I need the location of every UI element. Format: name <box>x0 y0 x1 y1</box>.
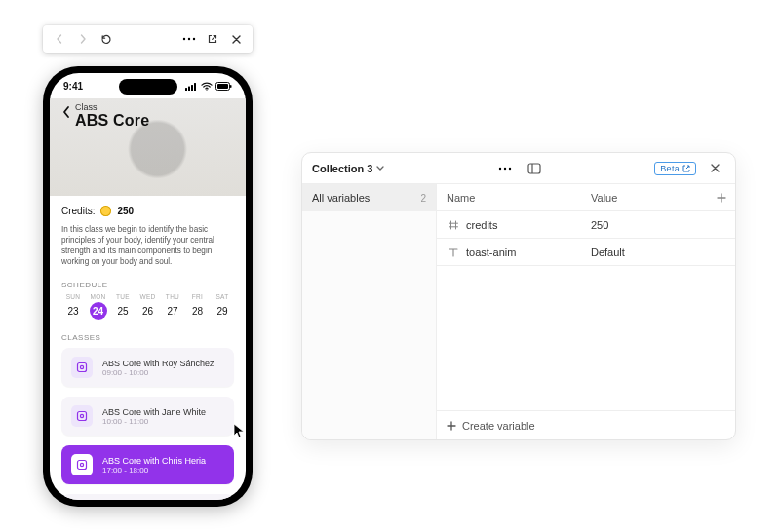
variable-row[interactable]: toast-animDefault <box>437 239 735 266</box>
sidebar-all-variables[interactable]: All variables 2 <box>302 184 436 211</box>
day-abbr: THU <box>166 293 179 300</box>
class-time: 17:00 - 18:00 <box>102 466 206 475</box>
class-card[interactable]: ABS Core with Chris Heria20:00 - 21:00 <box>61 494 234 500</box>
day-number: 23 <box>64 302 82 320</box>
day-sat[interactable]: SAT29 <box>211 293 234 320</box>
svg-point-19 <box>499 167 501 169</box>
svg-point-16 <box>80 464 83 467</box>
day-wed[interactable]: WED26 <box>136 293 160 320</box>
variable-row[interactable]: credits250 <box>437 211 735 239</box>
page-title: ABS Core <box>75 112 149 130</box>
day-tue[interactable]: TUE25 <box>111 293 135 320</box>
day-fri[interactable]: FRI28 <box>186 293 210 320</box>
signal-icon <box>185 82 198 91</box>
svg-point-2 <box>193 38 195 40</box>
credits-row: Credits: 250 <box>61 206 234 216</box>
class-title: ABS Core with Jane White <box>102 407 206 417</box>
day-abbr: TUE <box>116 293 130 300</box>
day-sun[interactable]: SUN23 <box>61 293 85 320</box>
day-number: 28 <box>189 302 207 320</box>
preview-toolbar <box>43 25 253 53</box>
wifi-icon <box>201 82 213 91</box>
day-mon[interactable]: MON24 <box>87 293 110 320</box>
credits-value: 250 <box>117 206 134 216</box>
open-external-icon <box>682 165 690 172</box>
coin-icon <box>100 206 111 216</box>
svg-rect-10 <box>230 85 232 88</box>
svg-point-21 <box>509 167 511 169</box>
panel-close-button[interactable] <box>704 158 725 179</box>
string-type-icon <box>447 246 460 259</box>
number-type-icon <box>447 218 460 232</box>
day-number: 26 <box>139 302 157 320</box>
class-list: ABS Core with Roy Sánchez09:00 - 10:00AB… <box>61 348 234 500</box>
schedule-label: SCHEDULE <box>61 281 234 289</box>
variables-grid: Name Value credits250toast-animDefault C… <box>437 184 735 439</box>
create-variable-button[interactable]: Create variable <box>437 410 735 439</box>
class-time: 09:00 - 10:00 <box>102 368 214 377</box>
variable-name: toast-anim <box>466 247 516 258</box>
create-variable-label: Create variable <box>462 420 535 432</box>
day-abbr: FRI <box>192 293 203 300</box>
svg-rect-4 <box>188 86 190 91</box>
sidebar-toggle-button[interactable] <box>524 158 545 179</box>
credits-label: Credits: <box>61 206 95 216</box>
class-header: Class ABS Core <box>50 98 246 196</box>
day-abbr: WED <box>139 293 155 300</box>
day-number: 29 <box>214 302 231 320</box>
sidebar-label: All variables <box>312 192 370 204</box>
day-number: 27 <box>164 302 181 320</box>
beta-badge[interactable]: Beta <box>654 162 696 175</box>
panel-header: Collection 3 Beta <box>302 153 735 184</box>
svg-rect-9 <box>217 84 228 89</box>
class-description: In this class we begin to identify the b… <box>61 224 234 267</box>
class-type-icon <box>71 357 93 378</box>
panel-sidebar: All variables 2 <box>302 184 437 439</box>
plus-icon <box>447 421 456 431</box>
phone-frame: 9:41 Class ABS Core <box>43 66 253 507</box>
collection-name: Collection 3 <box>312 163 372 174</box>
status-time: 9:41 <box>63 81 83 92</box>
restart-button[interactable] <box>96 28 117 50</box>
chevron-down-icon <box>376 166 384 171</box>
svg-point-12 <box>80 366 83 369</box>
variables-panel: Collection 3 Beta All variables 2 Na <box>301 152 736 440</box>
classes-label: CLASSES <box>61 333 234 342</box>
phone-notch <box>119 79 177 95</box>
class-card[interactable]: ABS Core with Chris Heria17:00 - 18:00 <box>61 445 234 484</box>
battery-icon <box>215 82 232 91</box>
collection-switcher[interactable]: Collection 3 <box>312 163 384 174</box>
day-thu[interactable]: THU27 <box>161 293 184 320</box>
week-strip: SUN23MON24TUE25WED26THU27FRI28SAT29 <box>61 293 234 320</box>
class-title: ABS Core with Roy Sánchez <box>102 359 214 368</box>
close-button[interactable] <box>225 28 247 50</box>
day-abbr: SUN <box>66 293 81 300</box>
back-button[interactable] <box>61 102 71 119</box>
phone-screen: 9:41 Class ABS Core <box>50 73 246 500</box>
breadcrumb: Class <box>75 102 149 112</box>
svg-rect-13 <box>78 412 87 421</box>
day-number: 25 <box>114 302 132 320</box>
class-title: ABS Core with Chris Heria <box>102 456 206 466</box>
class-type-icon <box>71 454 93 475</box>
collection-options-button[interactable] <box>494 158 516 179</box>
svg-rect-5 <box>191 85 193 91</box>
svg-point-20 <box>504 167 506 169</box>
beta-label: Beta <box>660 164 680 173</box>
open-external-button[interactable] <box>202 28 223 50</box>
day-abbr: MON <box>90 293 105 300</box>
add-mode-button[interactable] <box>708 193 735 203</box>
nav-forward-button[interactable] <box>72 28 94 50</box>
variable-value[interactable]: Default <box>591 247 708 258</box>
nav-back-button[interactable] <box>49 28 70 50</box>
variable-name: credits <box>466 219 497 231</box>
class-type-icon <box>71 405 93 427</box>
options-button[interactable] <box>178 28 200 50</box>
svg-rect-15 <box>78 461 87 470</box>
svg-point-14 <box>80 415 83 418</box>
variable-value[interactable]: 250 <box>591 219 708 231</box>
svg-point-1 <box>188 38 190 40</box>
class-card[interactable]: ABS Core with Roy Sánchez09:00 - 10:00 <box>61 348 234 387</box>
day-number: 24 <box>90 302 107 320</box>
class-card[interactable]: ABS Core with Jane White10:00 - 11:00 <box>61 397 234 436</box>
